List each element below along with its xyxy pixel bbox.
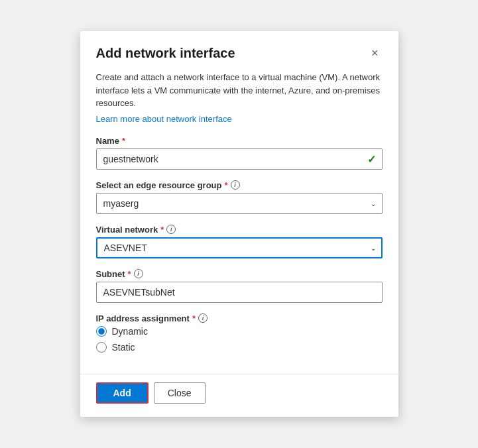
description-text: Create and attach a network interface to… [96,71,383,110]
static-radio-input[interactable] [96,342,107,353]
add-button[interactable]: Add [96,382,149,404]
dynamic-radio-input[interactable] [96,326,107,337]
resource-group-required-marker: * [225,180,228,190]
close-button[interactable]: Close [154,382,206,404]
dialog-header: Add network interface × [80,31,398,68]
subnet-input[interactable] [96,282,383,303]
static-radio-option[interactable]: Static [96,342,383,353]
subnet-info-icon[interactable]: i [134,269,143,278]
virtual-network-select-wrapper: ASEVNET ⌄ [96,237,383,258]
subnet-label: Subnet * i [96,269,383,279]
subnet-required-marker: * [128,269,131,279]
ip-assignment-label: IP address assignment * i [96,313,383,323]
name-label: Name * [96,136,383,146]
name-field-group: Name * ✓ [96,136,383,170]
learn-more-link[interactable]: Learn more about network interface [96,114,383,124]
close-icon-button[interactable]: × [367,44,383,62]
add-network-interface-dialog: Add network interface × Create and attac… [80,31,398,417]
ip-assignment-required-marker: * [192,313,196,323]
subnet-field-group: Subnet * i [96,269,383,303]
virtual-network-field-group: Virtual network * i ASEVNET ⌄ [96,225,383,258]
name-input[interactable] [96,148,383,170]
resource-group-info-icon[interactable]: i [231,180,240,190]
dialog-title: Add network interface [96,46,235,61]
static-radio-label: Static [112,342,135,353]
dynamic-radio-label: Dynamic [112,326,148,337]
virtual-network-info-icon[interactable]: i [166,225,176,234]
ip-assignment-info-icon[interactable]: i [198,313,208,323]
name-input-wrapper: ✓ [96,148,383,170]
resource-group-field-group: Select an edge resource group * i myaser… [96,180,383,214]
resource-group-label: Select an edge resource group * i [96,180,383,190]
virtual-network-required-marker: * [160,225,164,235]
ip-assignment-field-group: IP address assignment * i Dynamic Static [96,313,383,353]
ip-assignment-radio-group: Dynamic Static [96,326,383,353]
name-check-icon: ✓ [367,152,376,165]
resource-group-select-wrapper: myaserg ⌄ [96,193,383,214]
name-required-marker: * [122,136,125,146]
resource-group-select[interactable]: myaserg [96,193,383,214]
virtual-network-label: Virtual network * i [96,225,383,235]
dialog-body: Create and attach a network interface to… [80,68,398,374]
virtual-network-select[interactable]: ASEVNET [96,237,383,258]
dialog-footer: Add Close [80,374,398,417]
dynamic-radio-option[interactable]: Dynamic [96,326,383,337]
